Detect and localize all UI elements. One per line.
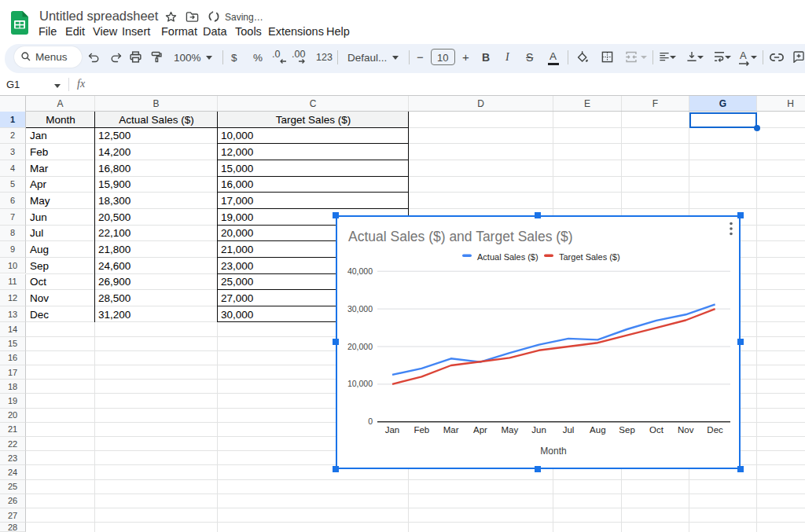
svg-text:Apr: Apr — [473, 425, 487, 435]
svg-text:Target Sales ($): Target Sales ($) — [559, 252, 620, 262]
svg-text:Feb: Feb — [414, 425, 429, 435]
svg-text:30,000: 30,000 — [347, 304, 373, 314]
svg-text:10,000: 10,000 — [347, 379, 373, 388]
svg-text:Sep: Sep — [619, 425, 634, 435]
svg-text:0: 0 — [368, 416, 373, 426]
svg-text:20,000: 20,000 — [347, 342, 373, 351]
svg-text:Aug: Aug — [590, 425, 605, 435]
svg-text:Jun: Jun — [531, 425, 546, 435]
svg-text:Nov: Nov — [678, 425, 694, 435]
svg-text:May: May — [501, 425, 518, 435]
svg-text:Oct: Oct — [649, 425, 664, 435]
svg-text:40,000: 40,000 — [347, 266, 373, 276]
svg-text:Actual Sales ($): Actual Sales ($) — [477, 252, 539, 262]
svg-text:Mar: Mar — [443, 425, 459, 435]
svg-text:Actual Sales ($) and Target Sa: Actual Sales ($) and Target Sales ($) — [348, 229, 573, 244]
svg-text:Jul: Jul — [563, 425, 575, 435]
svg-text:Dec: Dec — [707, 425, 723, 435]
svg-text:Month: Month — [540, 446, 566, 457]
svg-text:Jan: Jan — [385, 425, 400, 435]
